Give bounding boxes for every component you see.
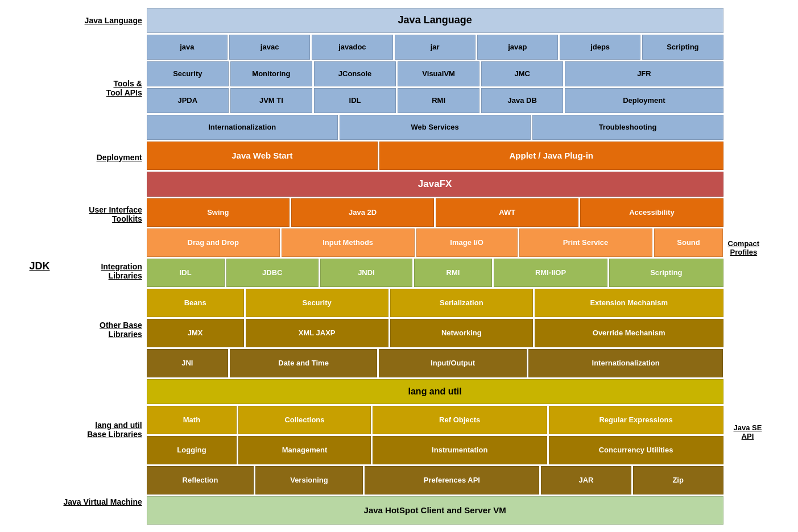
cell-preferencesapi: Preferences API — [365, 466, 539, 494]
javafx-row: JavaFX — [147, 172, 723, 197]
jdk-text: JDK — [29, 260, 49, 272]
cell-applet: Applet / Java Plug-in — [379, 142, 723, 170]
java-language-row: Java Language — [147, 8, 723, 33]
cell-collections: Collections — [238, 406, 371, 434]
cell-jdeps: jdeps — [560, 35, 640, 60]
compact-profiles-label: Compact Profiles — [728, 192, 760, 303]
other-base-label: Other Base Libraries — [100, 287, 142, 372]
lang-util-header-row: lang and util — [147, 379, 723, 404]
cell-jar: JAR — [541, 466, 631, 494]
cell-jconsole: JConsole — [314, 61, 396, 86]
cell-langutil-header: lang and util — [147, 379, 723, 404]
ui-row1: Swing Java 2D AWT Accessibility — [147, 198, 723, 227]
cell-serialization: Serialization — [390, 289, 533, 317]
tools-row4: Internationalization Web Services Troubl… — [147, 115, 723, 140]
deployment-row: Java Web Start Applet / Java Plug-in — [147, 142, 723, 170]
ui-toolkits-label: User Interface Toolkits — [89, 173, 142, 255]
cell-accessibility: Accessibility — [580, 198, 723, 227]
jvm-label: Java Virtual Machine — [64, 488, 142, 516]
cell-security2: Security — [246, 289, 388, 317]
cell-printservice: Print Service — [519, 228, 652, 257]
integration-row: IDL JDBC JNDI RMI RMI-IIOP Scripting — [147, 259, 723, 287]
cell-sound: Sound — [654, 228, 723, 257]
cell-visualvm: VisualVM — [398, 61, 479, 86]
cell-i18n-tools: Internationalization — [147, 115, 338, 140]
cell-override: Override Mechanism — [535, 319, 723, 347]
cell-javac: javac — [229, 35, 310, 60]
cell-jdbc: JDBC — [226, 259, 319, 287]
cell-monitoring: Monitoring — [230, 61, 312, 86]
cell-scripting1: Scripting — [642, 35, 723, 60]
deployment-label: Deployment — [97, 143, 142, 172]
cell-awt: AWT — [436, 198, 578, 227]
cell-java: java — [147, 35, 228, 60]
cell-jndi: JNDI — [320, 259, 412, 287]
cell-jpda: JPDA — [147, 88, 229, 113]
cell-inputmethods: Input Methods — [282, 228, 415, 257]
cell-refobjects: Ref Objects — [373, 406, 547, 434]
lang-util-label: lang and util Base Libraries — [87, 374, 142, 486]
cell-networking: Networking — [390, 319, 533, 347]
other-row1: Beans Security Serialization Extension M… — [147, 289, 723, 317]
cell-regex: Regular Expressions — [549, 406, 723, 434]
cell-reflection: Reflection — [147, 466, 254, 494]
cell-jmx: JMX — [147, 319, 244, 347]
java-se-api-label: Java SE API — [728, 377, 762, 488]
cell-javawebstart: Java Web Start — [147, 142, 378, 170]
cell-math: Math — [147, 406, 237, 434]
cell-swing: Swing — [147, 198, 290, 227]
cell-zip: Zip — [633, 466, 723, 494]
cell-jvmti: JVM TI — [230, 88, 312, 113]
cell-jvm: Java HotSpot Client and Server VM — [147, 496, 723, 525]
other-row3: JNI Date and Time Input/Output Internati… — [147, 349, 723, 377]
cell-deployment-tool: Deployment — [565, 88, 723, 113]
cell-jni: JNI — [147, 349, 228, 377]
cell-inputoutput: Input/Output — [379, 349, 527, 377]
tools-row2: Security Monitoring JConsole VisualVM JM… — [147, 61, 723, 86]
jdk-label: JDK — [29, 8, 63, 525]
java-language-label: Java Language — [85, 8, 142, 33]
jvm-row: Java HotSpot Client and Server VM — [147, 496, 723, 525]
tools-label: Tools & Tool APIs — [106, 35, 142, 142]
cell-instrumentation: Instrumentation — [373, 436, 547, 464]
cell-idl2: IDL — [147, 259, 225, 287]
cell-rmi2: RMI — [414, 259, 492, 287]
tools-row1: java javac javadoc jar javap jdeps Scrip… — [147, 35, 723, 60]
lang-row2: Logging Management Instrumentation Concu… — [147, 436, 723, 464]
other-row2: JMX XML JAXP Networking Override Mechani… — [147, 319, 723, 347]
cell-rmi1: RMI — [398, 88, 479, 113]
cell-scripting2: Scripting — [609, 259, 723, 287]
cell-troubleshooting: Troubleshooting — [532, 115, 723, 140]
cell-javap: javap — [477, 35, 558, 60]
cell-draganddrop: Drag and Drop — [147, 228, 280, 257]
cell-datetime: Date and Time — [230, 349, 378, 377]
cell-webservices: Web Services — [340, 115, 531, 140]
integration-label: Integration Libraries — [101, 257, 142, 285]
lang-row3: Reflection Versioning Preferences API JA… — [147, 466, 723, 494]
cell-rmiiiop: RMI-IIOP — [494, 259, 607, 287]
tools-row3: JPDA JVM TI IDL RMI Java DB Deployment — [147, 88, 723, 113]
ui-row2: Drag and Drop Input Methods Image I/O Pr… — [147, 228, 723, 257]
cell-idl1: IDL — [314, 88, 396, 113]
cell-jar: jar — [395, 35, 476, 60]
cell-jmc: JMC — [481, 61, 563, 86]
cell-javadoc: javadoc — [312, 35, 392, 60]
cell-jfr: JFR — [565, 61, 723, 86]
cell-logging: Logging — [147, 436, 237, 464]
cell-versioning: Versioning — [255, 466, 362, 494]
cell-javafx: JavaFX — [147, 172, 723, 197]
cell-i18n2: Internationalization — [528, 349, 723, 377]
cell-security: Security — [147, 61, 229, 86]
cell-imageio: Image I/O — [416, 228, 518, 257]
cell-javadb: Java DB — [481, 88, 563, 113]
cell-management: Management — [238, 436, 371, 464]
cell-java2d: Java 2D — [291, 198, 434, 227]
cell-beans: Beans — [147, 289, 244, 317]
cell-concurrency: Concurrency Utilities — [549, 436, 723, 464]
java-language-cell: Java Language — [147, 8, 723, 33]
lang-row1: Math Collections Ref Objects Regular Exp… — [147, 406, 723, 434]
cell-extension: Extension Mechanism — [535, 289, 723, 317]
cell-xmljaxp: XML JAXP — [246, 319, 388, 347]
